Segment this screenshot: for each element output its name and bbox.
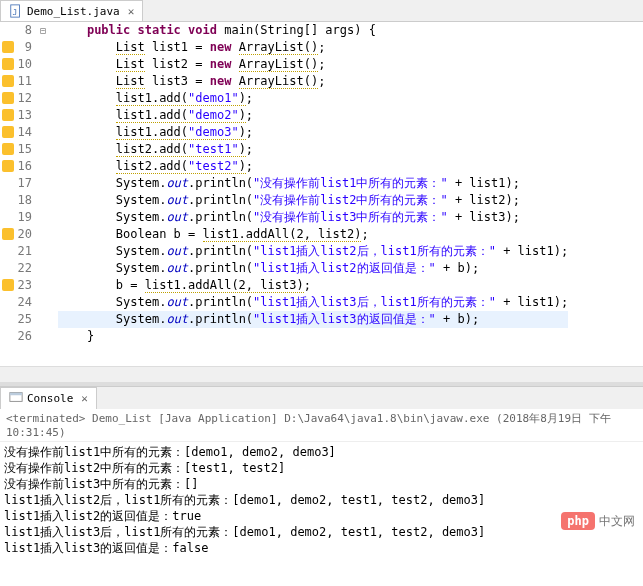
- line-number[interactable]: 16: [0, 158, 32, 175]
- code-editor[interactable]: 891011121314151617181920212223242526 pub…: [0, 22, 643, 366]
- code-line[interactable]: System.out.println("没有操作前list1中所有的元素：" +…: [58, 175, 568, 192]
- line-number[interactable]: 22: [0, 260, 32, 277]
- code-line[interactable]: System.out.println("list1插入list2后，list1所…: [58, 243, 568, 260]
- line-number[interactable]: 21: [0, 243, 32, 260]
- line-number[interactable]: 8: [0, 22, 32, 39]
- code-area[interactable]: public static void main(String[] args) {…: [38, 22, 568, 366]
- code-line[interactable]: System.out.println("list1插入list3的返回值是：" …: [58, 311, 568, 328]
- code-line[interactable]: list1.add("demo2");: [58, 107, 568, 124]
- console-tab-bar: Console ✕: [0, 387, 643, 409]
- code-line[interactable]: list2.add("test1");: [58, 141, 568, 158]
- line-number[interactable]: 19: [0, 209, 32, 226]
- horizontal-scrollbar[interactable]: [0, 366, 643, 382]
- line-number[interactable]: 18: [0, 192, 32, 209]
- line-number[interactable]: 15: [0, 141, 32, 158]
- code-line[interactable]: System.out.println("list1插入list2的返回值是：" …: [58, 260, 568, 277]
- line-number[interactable]: 20: [0, 226, 32, 243]
- console-tab[interactable]: Console ✕: [0, 387, 97, 409]
- code-line[interactable]: list1.add("demo1");: [58, 90, 568, 107]
- line-number[interactable]: 24: [0, 294, 32, 311]
- code-line[interactable]: List list2 = new ArrayList();: [58, 56, 568, 73]
- code-line[interactable]: List list3 = new ArrayList();: [58, 73, 568, 90]
- line-number[interactable]: 10: [0, 56, 32, 73]
- close-icon[interactable]: ✕: [128, 5, 135, 18]
- console-panel: Console ✕ <terminated> Demo_List [Java A…: [0, 386, 643, 586]
- console-icon: [9, 390, 23, 407]
- editor-tab-bar: J Demo_List.java ✕: [0, 0, 643, 22]
- line-number[interactable]: 9: [0, 39, 32, 56]
- code-line[interactable]: System.out.println("没有操作前list3中所有的元素：" +…: [58, 209, 568, 226]
- line-number[interactable]: 13: [0, 107, 32, 124]
- line-number[interactable]: 26: [0, 328, 32, 345]
- line-number[interactable]: 14: [0, 124, 32, 141]
- code-line[interactable]: list2.add("test2");: [58, 158, 568, 175]
- code-line[interactable]: System.out.println("没有操作前list2中所有的元素：" +…: [58, 192, 568, 209]
- line-number[interactable]: 25: [0, 311, 32, 328]
- console-tab-label: Console: [27, 392, 73, 405]
- tab-filename: Demo_List.java: [27, 5, 120, 18]
- console-run-header: <terminated> Demo_List [Java Application…: [0, 409, 643, 442]
- code-line[interactable]: List list1 = new ArrayList();: [58, 39, 568, 56]
- editor-tab[interactable]: J Demo_List.java ✕: [0, 0, 143, 21]
- code-line[interactable]: Boolean b = list1.addAll(2, list2);: [58, 226, 568, 243]
- line-number[interactable]: 17: [0, 175, 32, 192]
- svg-rect-3: [10, 393, 22, 396]
- code-line[interactable]: }: [58, 328, 568, 345]
- console-output[interactable]: 没有操作前list1中所有的元素：[demo1, demo2, demo3] 没…: [0, 442, 643, 586]
- java-file-icon: J: [9, 4, 23, 18]
- line-number[interactable]: 12: [0, 90, 32, 107]
- line-number[interactable]: 11: [0, 73, 32, 90]
- svg-text:J: J: [13, 8, 18, 17]
- close-icon[interactable]: ✕: [81, 392, 88, 405]
- code-line[interactable]: list1.add("demo3");: [58, 124, 568, 141]
- code-line[interactable]: public static void main(String[] args) {: [58, 22, 568, 39]
- code-line[interactable]: System.out.println("list1插入list3后，list1所…: [58, 294, 568, 311]
- code-line[interactable]: b = list1.addAll(2, list3);: [58, 277, 568, 294]
- line-number[interactable]: 23: [0, 277, 32, 294]
- line-gutter: 891011121314151617181920212223242526: [0, 22, 38, 366]
